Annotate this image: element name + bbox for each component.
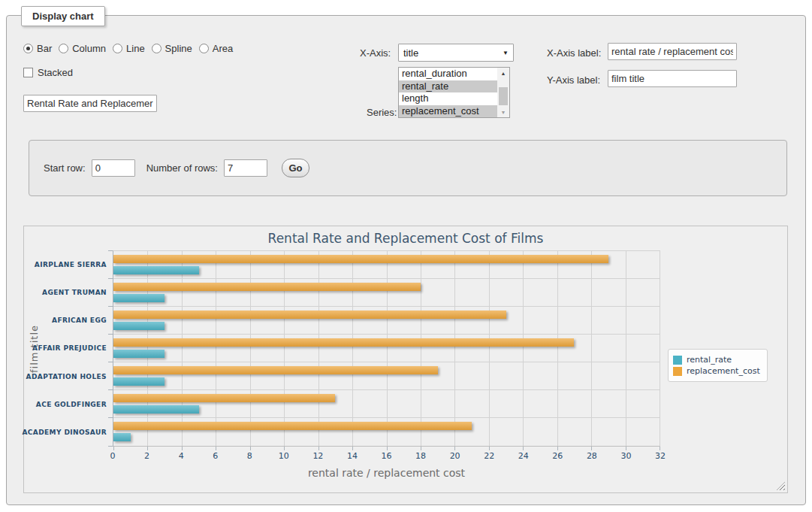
bar-rental_rate[interactable] xyxy=(113,433,131,441)
stacked-label: Stacked xyxy=(38,67,73,78)
series-listbox[interactable]: rental_durationrental_ratelengthreplacem… xyxy=(398,67,510,118)
category-band xyxy=(113,390,660,418)
x-tick-label: 22 xyxy=(484,451,494,461)
num-rows-input[interactable] xyxy=(224,159,267,177)
radio-icon[interactable] xyxy=(23,44,33,53)
x-tick-label: 28 xyxy=(587,451,597,461)
resize-handle-icon[interactable] xyxy=(777,482,785,490)
category-label: ACE GOLDFINGER xyxy=(24,390,107,418)
scrollbar-thumb[interactable] xyxy=(499,87,508,105)
x-tick-label: 18 xyxy=(415,451,426,461)
y-axis-label-input[interactable] xyxy=(608,70,737,87)
bar-replacement_cost[interactable] xyxy=(113,394,335,402)
category-label: ADAPTATION HOLES xyxy=(24,362,107,390)
series-option-rental_duration[interactable]: rental_duration xyxy=(399,68,497,80)
legend-item-rental_rate[interactable]: rental_rate xyxy=(673,355,760,365)
bar-replacement_cost[interactable] xyxy=(113,338,574,347)
x-axis-select-label: X-Axis: xyxy=(360,47,391,59)
x-tick-label: 30 xyxy=(620,451,631,461)
radio-icon[interactable] xyxy=(199,44,209,53)
category-label: ACADEMY DINOSAUR xyxy=(24,419,107,447)
x-axis-label-label: X-Axis label: xyxy=(547,47,601,59)
x-axis-tickmark xyxy=(523,447,524,450)
x-axis-select[interactable]: title ▼ xyxy=(398,44,514,62)
chart-title-input[interactable] xyxy=(23,95,157,112)
radio-label: Line xyxy=(126,43,145,54)
chart-title: Rental Rate and Replacement Cost of Film… xyxy=(24,231,787,246)
bar-rental_rate[interactable] xyxy=(113,266,199,274)
series-option-length[interactable]: length xyxy=(399,92,497,105)
bar-rental_rate[interactable] xyxy=(113,350,165,358)
category-labels: AIRPLANE SIERRAAGENT TRUMANAFRICAN EGGAF… xyxy=(24,250,107,447)
category-label: AIRPLANE SIERRA xyxy=(24,250,107,278)
chart-container: Rental Rate and Replacement Cost of Film… xyxy=(23,226,788,493)
category-band xyxy=(113,335,660,362)
x-tick-label: 24 xyxy=(518,451,529,461)
bar-rental_rate[interactable] xyxy=(113,405,199,414)
x-tick-label: 10 xyxy=(279,451,289,461)
bar-rental_rate[interactable] xyxy=(113,322,165,330)
x-axis-selected-value: title xyxy=(403,47,418,59)
x-axis-tickmark xyxy=(284,447,285,450)
radio-label: Bar xyxy=(37,43,52,54)
x-tick-label: 6 xyxy=(213,451,218,461)
stacked-option[interactable]: Stacked xyxy=(23,67,73,78)
x-tick-label: 14 xyxy=(347,451,358,461)
x-axis-tickmark xyxy=(113,447,114,450)
category-band xyxy=(113,362,660,390)
series-listbox-scrollbar[interactable]: ▲ ▼ xyxy=(497,68,509,117)
category-band xyxy=(113,251,660,279)
x-axis-tickmark xyxy=(352,447,353,450)
x-axis-tickmark xyxy=(489,447,490,450)
chart-type-options: BarColumnLineSplineArea xyxy=(23,43,233,54)
chart-legend: rental_ratereplacement_cost xyxy=(668,349,768,382)
bar-replacement_cost[interactable] xyxy=(113,366,438,374)
start-row-input[interactable] xyxy=(92,159,135,177)
x-tick-label: 20 xyxy=(450,451,460,461)
chart-type-column[interactable]: Column xyxy=(59,43,106,54)
legend-label: rental_rate xyxy=(687,355,732,365)
radio-icon[interactable] xyxy=(59,44,68,53)
chart-type-spline[interactable]: Spline xyxy=(152,43,192,54)
scroll-down-icon[interactable]: ▼ xyxy=(497,107,509,117)
category-band xyxy=(113,418,660,446)
x-tick-label: 0 xyxy=(110,451,116,461)
x-tick-label: 4 xyxy=(179,451,184,461)
radio-label: Spline xyxy=(165,43,192,54)
x-axis-label-input[interactable] xyxy=(608,43,737,60)
display-chart-legend: Display chart xyxy=(21,6,105,26)
x-axis-tickmark xyxy=(387,447,388,450)
x-axis-tickmark xyxy=(318,447,319,450)
bar-replacement_cost[interactable] xyxy=(113,311,506,319)
row-controls-panel: Start row: Number of rows: Go xyxy=(29,140,787,196)
legend-swatch-icon xyxy=(673,356,682,365)
go-button[interactable]: Go xyxy=(282,159,309,177)
bar-rental_rate[interactable] xyxy=(113,377,165,386)
category-label: AFFAIR PREJUDICE xyxy=(24,335,107,362)
stacked-checkbox[interactable] xyxy=(23,68,33,77)
x-axis-tickmark xyxy=(454,447,455,450)
bar-rental_rate[interactable] xyxy=(113,294,165,302)
x-axis-tickmark xyxy=(557,447,558,450)
bar-replacement_cost[interactable] xyxy=(113,283,421,291)
y-axis-label-label: Y-Axis label: xyxy=(547,74,600,86)
series-listbox-options: rental_durationrental_ratelengthreplacem… xyxy=(399,68,497,117)
chart-type-area[interactable]: Area xyxy=(199,43,233,54)
x-tick-label: 16 xyxy=(382,451,392,461)
radio-icon[interactable] xyxy=(113,44,122,53)
chart-type-line[interactable]: Line xyxy=(113,43,145,54)
category-label: AGENT TRUMAN xyxy=(24,278,107,306)
chart-type-bar[interactable]: Bar xyxy=(23,43,52,54)
legend-item-replacement_cost[interactable]: replacement_cost xyxy=(673,366,760,376)
series-option-replacement_cost[interactable]: replacement_cost xyxy=(399,105,497,118)
series-option-rental_rate[interactable]: rental_rate xyxy=(399,80,497,93)
scroll-up-icon[interactable]: ▲ xyxy=(497,68,509,78)
x-tick-label: 32 xyxy=(655,451,666,461)
radio-icon[interactable] xyxy=(152,44,161,53)
legend-label: replacement_cost xyxy=(687,366,760,376)
bar-replacement_cost[interactable] xyxy=(113,422,472,430)
bar-replacement_cost[interactable] xyxy=(113,255,608,263)
plot-area xyxy=(113,250,660,447)
category-label: AFRICAN EGG xyxy=(24,307,107,335)
legend-swatch-icon xyxy=(673,367,682,376)
